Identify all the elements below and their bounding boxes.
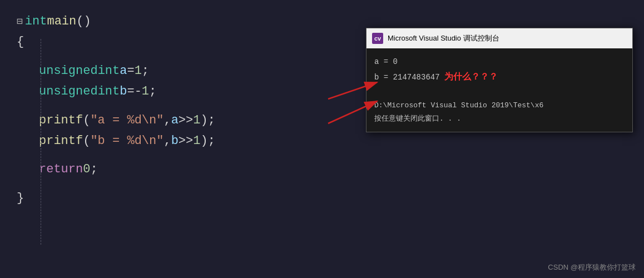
token: b bbox=[171, 131, 179, 151]
token: int bbox=[25, 11, 47, 32]
token: ( bbox=[83, 110, 90, 131]
console-line-2: b = 2147483647 为什么？？？ bbox=[374, 69, 625, 85]
blank-line bbox=[17, 180, 627, 188]
code-line-printf-b: printf("b = %d\n", b >> 1); bbox=[17, 131, 627, 151]
token: ); bbox=[200, 131, 215, 151]
guide-line bbox=[41, 39, 41, 245]
console-title: Microsoft Visual Studio 调试控制台 bbox=[388, 33, 499, 43]
code-line-close-brace: } bbox=[17, 188, 627, 209]
token: printf bbox=[39, 110, 83, 131]
token: ( bbox=[83, 131, 90, 151]
console-body: a = 0 b = 2147483647 为什么？？？ D:\Microsoft… bbox=[366, 48, 632, 132]
token: 0 bbox=[83, 159, 90, 180]
token: 1 bbox=[193, 131, 200, 151]
token: ; bbox=[142, 61, 149, 81]
console-highlight: 为什么？？？ bbox=[444, 72, 498, 81]
token: a bbox=[120, 61, 127, 81]
token: 1 bbox=[142, 81, 149, 102]
token: { bbox=[17, 32, 24, 52]
blank-line bbox=[17, 151, 627, 159]
code-editor: ⊟int main(){unsigned int a = 1;unsigned … bbox=[0, 0, 644, 278]
token: unsigned bbox=[39, 81, 98, 102]
token: ; bbox=[90, 159, 97, 180]
token: () bbox=[76, 11, 91, 32]
token: a bbox=[171, 110, 179, 131]
console-blank bbox=[374, 85, 625, 99]
token: return bbox=[39, 159, 83, 180]
console-line-1: a = 0 bbox=[374, 55, 625, 69]
token: ⊟ bbox=[17, 13, 23, 31]
console-titlebar: cv Microsoft Visual Studio 调试控制台 bbox=[366, 28, 632, 48]
token: >> bbox=[179, 131, 193, 151]
token: 1 bbox=[193, 110, 200, 131]
token: b bbox=[120, 81, 127, 102]
token: "a = %d\n" bbox=[90, 110, 164, 131]
token: int bbox=[98, 81, 120, 102]
vs-icon: cv bbox=[372, 33, 383, 44]
console-prompt: 按任意键关闭此窗口. . . bbox=[374, 112, 625, 125]
token: int bbox=[98, 61, 120, 81]
token: , bbox=[164, 131, 171, 151]
token: = bbox=[127, 81, 134, 102]
token: , bbox=[164, 110, 171, 131]
token: ; bbox=[149, 81, 156, 102]
token: = bbox=[127, 61, 134, 81]
console-path: D:\Microsoft Visual Studio 2019\Test\x6 bbox=[374, 99, 625, 112]
token: } bbox=[17, 188, 24, 209]
token: 1 bbox=[135, 61, 142, 81]
token: - bbox=[135, 81, 142, 102]
watermark: CSDN @程序猿教你打篮球 bbox=[548, 262, 636, 272]
token: ); bbox=[200, 110, 215, 131]
token: "b = %d\n" bbox=[90, 131, 164, 151]
token: printf bbox=[39, 131, 83, 151]
token: main bbox=[47, 11, 76, 32]
code-line-return: return 0; bbox=[17, 159, 627, 180]
console-window: cv Microsoft Visual Studio 调试控制台 a = 0 b… bbox=[366, 28, 633, 132]
token: >> bbox=[179, 110, 193, 131]
token: unsigned bbox=[39, 61, 98, 81]
